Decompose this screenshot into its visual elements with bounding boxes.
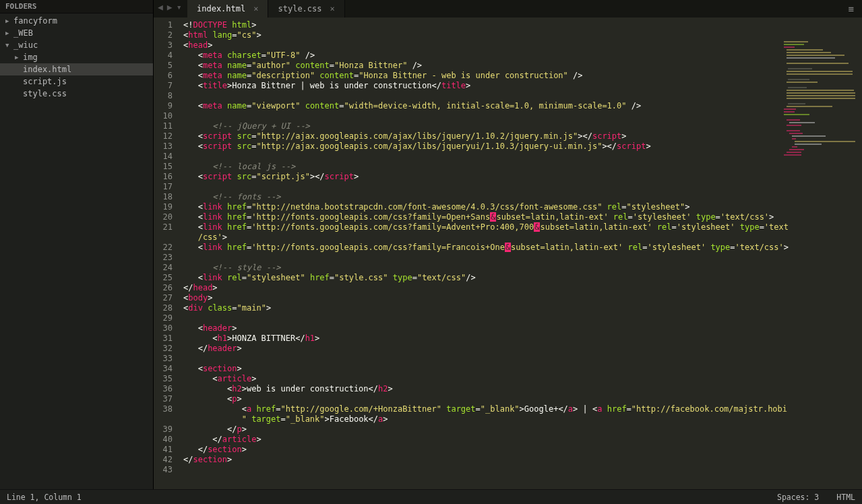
line-number: 23: [154, 253, 173, 263]
code-line[interactable]: <p>: [183, 394, 858, 404]
code-line[interactable]: [183, 253, 858, 263]
menu-icon[interactable]: ≡: [849, 3, 855, 14]
line-number: 19: [154, 202, 173, 212]
tree-item[interactable]: ▼_wiuc: [0, 39, 153, 51]
line-number: 18: [154, 192, 173, 202]
nav-forward-icon[interactable]: ▶: [167, 2, 173, 12]
code-line[interactable]: <div class="main">: [183, 303, 858, 313]
line-number: 15: [154, 162, 173, 172]
code-line[interactable]: </head>: [183, 283, 858, 293]
folder-tree[interactable]: ▶fancyform▶_WEB▼_wiuc▶imgindex.htmlscrip…: [0, 13, 153, 489]
nav-back-icon[interactable]: ◀: [158, 2, 163, 12]
code-line[interactable]: <h2>web is under construction</h2>: [183, 384, 858, 394]
code-line[interactable]: <!-- style -->: [183, 263, 858, 273]
tree-item-label: img: [22, 53, 38, 62]
close-icon[interactable]: ×: [330, 4, 335, 13]
code-line[interactable]: </section>: [183, 455, 858, 465]
language-status[interactable]: HTML: [836, 493, 855, 502]
line-number: 6: [154, 71, 173, 81]
code-line[interactable]: [183, 465, 858, 475]
line-number: 2: [154, 30, 173, 40]
tree-item[interactable]: style.css: [0, 88, 153, 100]
cursor-position: Line 1, Column 1: [7, 493, 82, 502]
code-line[interactable]: <link href='http://fonts.googleapis.com/…: [183, 212, 858, 222]
line-number: 21: [154, 222, 173, 232]
tree-item[interactable]: ▶_WEB: [0, 27, 153, 39]
line-number: 27: [154, 293, 173, 303]
line-number: 13: [154, 141, 173, 152]
code-area[interactable]: 1234567891011121314151617181920212223242…: [154, 18, 862, 489]
code-line[interactable]: [183, 182, 858, 192]
code-line[interactable]: <meta name="viewport" content="width=dev…: [183, 101, 858, 111]
line-number: 33: [154, 354, 173, 364]
tab-bar: ◀ ▶ ▾ index.html×style.css× ≡: [154, 0, 862, 18]
code-line[interactable]: " target="_blank">Facebook</a>: [183, 414, 858, 424]
tree-item-label: index.html: [22, 65, 71, 74]
code-line[interactable]: [183, 91, 858, 101]
code-line[interactable]: <a href="http://google.com/+HonzaBittner…: [183, 404, 858, 414]
line-number: 11: [154, 121, 173, 131]
code-line[interactable]: <!-- local js -->: [183, 162, 858, 172]
line-number: 30: [154, 323, 173, 334]
file-tab[interactable]: index.html×: [187, 0, 268, 18]
code-line[interactable]: <script src="http://ajax.googleapis.com/…: [183, 141, 858, 152]
tree-item-label: style.css: [22, 89, 67, 98]
code-line[interactable]: [183, 152, 858, 162]
code-line[interactable]: <script src="http://ajax.googleapis.com/…: [183, 131, 858, 141]
tree-item[interactable]: ▶img: [0, 51, 153, 63]
line-number: [154, 414, 173, 424]
tree-item[interactable]: ▶fancyform: [0, 15, 153, 27]
code-line[interactable]: </p>: [183, 424, 858, 435]
code-line[interactable]: /css'>: [183, 232, 858, 243]
code-line[interactable]: <article>: [183, 374, 858, 384]
code-line[interactable]: <!DOCTYPE html>: [183, 20, 858, 30]
line-number: 31: [154, 334, 173, 344]
code-line[interactable]: <!-- jQuery + UI -->: [183, 121, 858, 131]
code-line[interactable]: [183, 111, 858, 121]
code-line[interactable]: </header>: [183, 344, 858, 354]
code-line[interactable]: <meta charset="UTF-8" />: [183, 51, 858, 61]
close-icon[interactable]: ×: [253, 4, 258, 13]
code-line[interactable]: <meta name="description" content="Honza …: [183, 71, 858, 81]
code-line[interactable]: <script src="script.js"></script>: [183, 172, 858, 182]
line-number: 26: [154, 283, 173, 293]
code-line[interactable]: <meta name="author" content="Honza Bittn…: [183, 61, 858, 71]
nav-dropdown-icon[interactable]: ▾: [177, 2, 182, 12]
code-line[interactable]: <link href='http://fonts.googleapis.com/…: [183, 222, 858, 232]
tab-label: style.css: [278, 4, 321, 13]
line-number: 9: [154, 101, 173, 111]
line-number: 36: [154, 384, 173, 394]
code-line[interactable]: <link href="http://netdna.bootstrapcdn.c…: [183, 202, 858, 212]
code-line[interactable]: <title>Honza Bittner | web is under cons…: [183, 81, 858, 91]
tree-item[interactable]: script.js: [0, 75, 153, 88]
code-line[interactable]: [183, 354, 858, 364]
line-number: 16: [154, 172, 173, 182]
code-content[interactable]: <!DOCTYPE html><html lang="cs"><head> <m…: [179, 18, 862, 489]
code-line[interactable]: </section>: [183, 445, 858, 455]
code-line[interactable]: [183, 313, 858, 323]
sidebar-header: FOLDERS: [0, 0, 153, 13]
line-number: 40: [154, 435, 173, 445]
code-line[interactable]: <!-- fonts -->: [183, 192, 858, 202]
code-line[interactable]: </article>: [183, 435, 858, 445]
code-line[interactable]: <link href='http://fonts.googleapis.com/…: [183, 243, 858, 253]
code-line[interactable]: <head>: [183, 40, 858, 51]
code-line[interactable]: <html lang="cs">: [183, 30, 858, 40]
code-line[interactable]: <header>: [183, 323, 858, 334]
line-number: 29: [154, 313, 173, 323]
code-line[interactable]: <h1>HONZA BITTNER</h1>: [183, 334, 858, 344]
code-line[interactable]: <section>: [183, 364, 858, 374]
editor-area: ◀ ▶ ▾ index.html×style.css× ≡ 1234567891…: [154, 0, 862, 489]
line-number: 25: [154, 273, 173, 283]
line-number: 35: [154, 374, 173, 384]
code-line[interactable]: <body>: [183, 293, 858, 303]
line-number: 43: [154, 465, 173, 475]
tree-item-label: script.js: [22, 77, 67, 86]
code-line[interactable]: <link rel="stylesheet" href="style.css" …: [183, 273, 858, 283]
file-tab[interactable]: style.css×: [268, 0, 344, 18]
indent-status[interactable]: Spaces: 3: [777, 493, 819, 502]
status-bar: Line 1, Column 1 Spaces: 3 HTML: [0, 489, 862, 504]
tree-item[interactable]: index.html: [0, 63, 153, 75]
tree-item-label: fancyform: [12, 16, 57, 26]
disclosure-arrow-icon: ▼: [5, 42, 12, 49]
